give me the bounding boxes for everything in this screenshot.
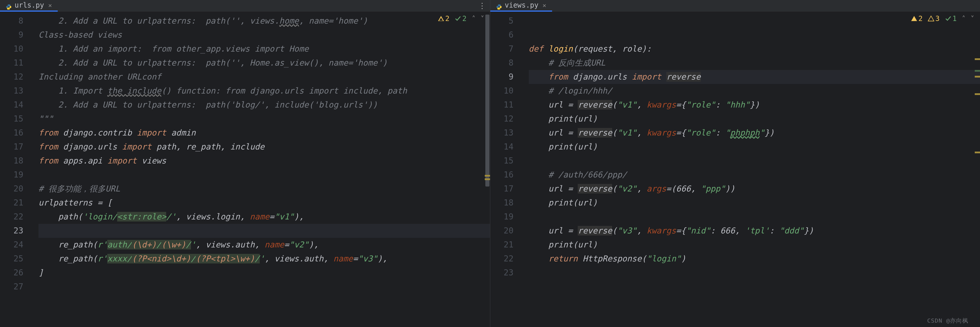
line-number[interactable]: 9 <box>0 28 23 42</box>
code-line[interactable] <box>529 154 980 168</box>
code-line[interactable]: 2. Add a URL to urlpatterns: path('', vi… <box>38 14 490 28</box>
line-number[interactable]: 11 <box>0 56 23 70</box>
scrollbar-left[interactable] <box>485 12 490 327</box>
gutter-left[interactable]: 89101112131415161718192021222324252627 <box>0 12 32 327</box>
close-icon[interactable]: × <box>542 2 546 9</box>
code-line[interactable]: # 反向生成URL <box>529 56 980 70</box>
code-line[interactable] <box>38 280 490 294</box>
line-number[interactable]: 10 <box>490 84 514 98</box>
close-icon[interactable]: × <box>48 2 52 9</box>
weak-warning-indicator[interactable]: 3 <box>928 14 939 23</box>
line-number[interactable]: 12 <box>490 112 514 126</box>
warning-indicator[interactable]: 2 <box>911 14 923 23</box>
line-number[interactable]: 19 <box>490 210 514 224</box>
ok-indicator[interactable]: 2 <box>455 14 466 23</box>
code-line[interactable]: re_path(r'xxxx/(?P<nid>\d+)/(?P<tpl>\w+)… <box>38 252 490 266</box>
line-number[interactable]: 21 <box>0 196 23 210</box>
editor-left[interactable]: 89101112131415161718192021222324252627 2… <box>0 12 490 327</box>
line-number[interactable]: 26 <box>0 266 23 280</box>
code-line[interactable]: 2. Add a URL to urlpatterns: path('blog/… <box>38 98 490 112</box>
line-number[interactable]: 23 <box>490 266 514 280</box>
code-line[interactable]: 2. Add a URL to urlpatterns: path('', Ho… <box>38 56 490 70</box>
code-line[interactable]: # /login/hhh/ <box>529 84 980 98</box>
code-left[interactable]: 2. Add a URL to urlpatterns: path('', vi… <box>38 12 490 327</box>
code-right[interactable]: def login(request, role): # 反向生成URL from… <box>529 12 980 327</box>
marker[interactable] <box>975 70 980 72</box>
line-number[interactable]: 24 <box>0 238 23 252</box>
marker[interactable] <box>485 175 490 176</box>
line-number[interactable]: 14 <box>490 140 514 154</box>
code-line[interactable]: # 很多功能，很多URL <box>38 182 490 196</box>
next-highlight-icon[interactable]: ˅ <box>480 14 484 23</box>
line-number[interactable]: 12 <box>0 70 23 84</box>
marker[interactable] <box>975 93 980 95</box>
code-line[interactable]: print(url) <box>529 196 980 210</box>
marker[interactable] <box>485 178 490 180</box>
line-number[interactable]: 20 <box>490 224 514 238</box>
fold-column-right[interactable] <box>522 12 529 327</box>
line-number[interactable]: 20 <box>0 182 23 196</box>
code-line[interactable]: from django.urls import path, re_path, i… <box>38 140 490 154</box>
line-number[interactable]: 15 <box>0 112 23 126</box>
tab-views[interactable]: views.py × <box>490 0 552 12</box>
code-line[interactable]: from django.urls import reverse <box>529 70 980 84</box>
code-line[interactable]: """ <box>38 112 490 126</box>
line-number[interactable]: 17 <box>490 182 514 196</box>
line-number[interactable]: 17 <box>0 140 23 154</box>
code-line[interactable]: def login(request, role): <box>529 42 980 56</box>
line-number[interactable]: 19 <box>0 168 23 182</box>
code-line[interactable]: # /auth/666/ppp/ <box>529 168 980 182</box>
tab-urls[interactable]: urls.py × <box>0 0 58 12</box>
line-number[interactable]: 6 <box>490 28 514 42</box>
code-line[interactable]: print(url) <box>529 140 980 154</box>
editor-right[interactable]: 567891011121314151617181920212223 def lo… <box>490 12 980 327</box>
code-line[interactable]: from apps.api import views <box>38 154 490 168</box>
fold-column-left[interactable] <box>32 12 38 327</box>
next-highlight-icon[interactable]: ˅ <box>970 14 974 23</box>
code-line[interactable]: return HttpResponse("login") <box>529 252 980 266</box>
line-number[interactable]: 13 <box>490 126 514 140</box>
line-number[interactable]: 15 <box>490 154 514 168</box>
gutter-right[interactable]: 567891011121314151617181920212223 <box>490 12 522 327</box>
code-line[interactable] <box>529 28 980 42</box>
code-line[interactable]: 1. Add an import: from other_app.views i… <box>38 42 490 56</box>
code-line[interactable]: path('login/<str:role>/', views.login, n… <box>38 210 490 224</box>
line-number[interactable]: 22 <box>490 252 514 266</box>
line-number[interactable]: 10 <box>0 42 23 56</box>
code-line[interactable]: 1. Import the include() function: from d… <box>38 84 490 98</box>
scrollbar-right[interactable] <box>975 12 980 327</box>
line-number[interactable]: 5 <box>490 14 514 28</box>
line-number[interactable]: 21 <box>490 238 514 252</box>
code-line[interactable]: from django.contrib import admin <box>38 126 490 140</box>
code-line[interactable]: url = reverse("v1", kwargs={"role": "php… <box>529 126 980 140</box>
line-number[interactable]: 18 <box>0 154 23 168</box>
line-number[interactable]: 16 <box>490 168 514 182</box>
code-line[interactable]: url = reverse("v3", kwargs={"nid": 666, … <box>529 224 980 238</box>
code-line[interactable]: url = reverse("v1", kwargs={"role": "hhh… <box>529 98 980 112</box>
code-line[interactable]: Including another URLconf <box>38 70 490 84</box>
line-number[interactable]: 23 <box>0 224 23 238</box>
marker[interactable] <box>975 152 980 153</box>
code-line[interactable]: urlpatterns = [ <box>38 196 490 210</box>
line-number[interactable]: 22 <box>0 210 23 224</box>
line-number[interactable]: 11 <box>490 98 514 112</box>
line-number[interactable]: 27 <box>0 280 23 294</box>
warning-indicator[interactable]: 2 <box>438 14 449 23</box>
line-number[interactable]: 16 <box>0 126 23 140</box>
more-icon[interactable]: ⋮ <box>478 2 486 10</box>
line-number[interactable]: 18 <box>490 196 514 210</box>
line-number[interactable]: 9 <box>490 70 514 84</box>
line-number[interactable]: 13 <box>0 84 23 98</box>
scroll-thumb[interactable] <box>485 14 489 187</box>
prev-highlight-icon[interactable]: ˄ <box>962 14 966 23</box>
line-number[interactable]: 8 <box>490 56 514 70</box>
code-line[interactable] <box>38 224 490 238</box>
line-number[interactable]: 8 <box>0 14 23 28</box>
code-line[interactable]: print(url) <box>529 238 980 252</box>
line-number[interactable]: 14 <box>0 98 23 112</box>
marker[interactable] <box>975 76 980 78</box>
ok-indicator[interactable]: 1 <box>945 14 957 23</box>
line-number[interactable]: 7 <box>490 42 514 56</box>
prev-highlight-icon[interactable]: ˄ <box>472 14 476 23</box>
code-line[interactable]: Class-based views <box>38 28 490 42</box>
